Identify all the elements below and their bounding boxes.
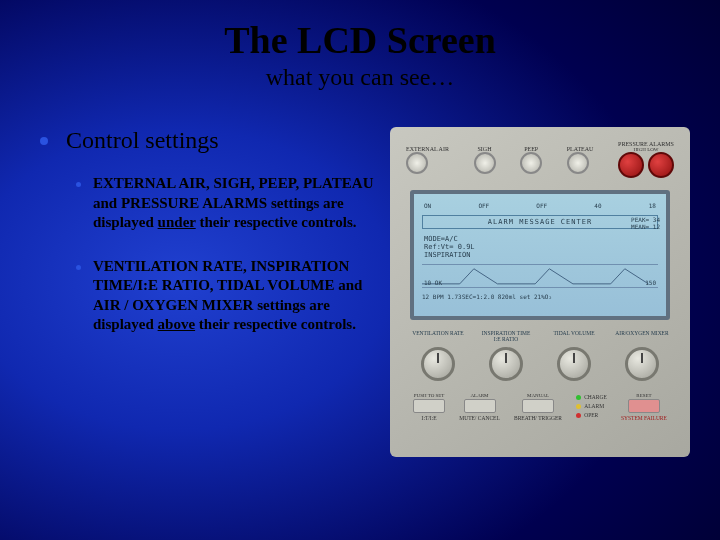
lcd-value: 18 [649, 202, 656, 209]
button-top-label: RESET [621, 393, 667, 399]
main-bullet-text: Control settings [66, 127, 219, 154]
control-label: SIGH [474, 146, 496, 152]
lcd-mode: MODE=A/C [424, 235, 458, 243]
lcd-value: OFF [536, 202, 547, 209]
control-group: PRESSURE ALARMS HIGH LOW [618, 141, 674, 178]
button-rect-icon [522, 399, 554, 413]
button-rect-icon [628, 399, 660, 413]
control-group: EXTERNAL AIR [406, 146, 449, 174]
ventilator-device-image: EXTERNAL AIR SIGH PEEP PLATEAU PRESSURE … [390, 127, 690, 457]
underlined-word: above [158, 316, 196, 332]
dial-knob-icon [557, 347, 591, 381]
lcd-vt: Ref:Vt= 0.9L [424, 243, 475, 251]
device-button: MANUAL BREATH/ TRIGGER [514, 393, 562, 421]
led-indicators: CHARGE ALARM OPER [576, 393, 607, 421]
toggle-switch-icon [520, 152, 542, 174]
button-label: MUTE/ CANCEL [459, 415, 500, 421]
lcd-top-row: ON OFF OFF 40 18 [420, 200, 660, 211]
sub-bullet: EXTERNAL AIR, SIGH, PEEP, PLATEAU and PR… [76, 174, 380, 233]
lcd-bar-left: 10 OK [424, 279, 442, 286]
slide-title: The LCD Screen [0, 18, 720, 62]
dial-label: TIDAL VOLUME [546, 330, 602, 344]
sub-bullet-text: VENTILATION RATE, INSPIRATION TIME/I:E R… [93, 257, 380, 335]
lcd-bar-right: 150 [645, 279, 656, 286]
text-column: Control settings EXTERNAL AIR, SIGH, PEE… [40, 127, 380, 457]
waveform-icon [422, 265, 658, 288]
slide-subtitle: what you can see… [0, 64, 720, 91]
lcd-peak-readout: PEAK= 34 MEAN= 12 [631, 216, 660, 230]
bullet-dot-icon [40, 137, 48, 145]
bullet-dot-icon [76, 265, 81, 270]
dial-item: INSPIRATION TIME I:E RATIO [478, 330, 534, 381]
dial-knob-icon [421, 347, 455, 381]
dial-label: INSPIRATION TIME I:E RATIO [478, 330, 534, 344]
button-top-label: ALARM [459, 393, 500, 399]
control-group: PLATEAU [567, 146, 594, 174]
sub-bullet-list: EXTERNAL AIR, SIGH, PEEP, PLATEAU and PR… [76, 174, 380, 335]
lcd-screen: ON OFF OFF 40 18 ALARM MESSAGE CENTER PE… [410, 190, 670, 320]
dial-row: VENTILATION RATE INSPIRATION TIME I:E RA… [400, 330, 680, 381]
control-label: EXTERNAL AIR [406, 146, 449, 152]
alarm-knob-low-icon [648, 152, 674, 178]
alarm-message-center: ALARM MESSAGE CENTER [422, 215, 658, 229]
title-block: The LCD Screen what you can see… [0, 0, 720, 91]
main-bullet: Control settings [40, 127, 380, 154]
sub-bullet: VENTILATION RATE, INSPIRATION TIME/I:E R… [76, 257, 380, 335]
dial-item: AIR/OXYGEN MIXER [614, 330, 670, 381]
image-column: EXTERNAL AIR SIGH PEEP PLATEAU PRESSURE … [390, 127, 690, 457]
dial-knob-icon [489, 347, 523, 381]
led-label: OPER [584, 412, 598, 418]
toggle-switch-icon [406, 152, 428, 174]
lcd-waveform: 10 OK 150 [422, 264, 658, 288]
text-span: their respective controls. [195, 316, 356, 332]
top-controls-row: EXTERNAL AIR SIGH PEEP PLATEAU PRESSURE … [400, 137, 680, 182]
bullet-dot-icon [76, 182, 81, 187]
led-label: ALARM [584, 403, 604, 409]
led-red-icon [576, 413, 581, 418]
button-label: I:T/I:E [413, 415, 445, 421]
lcd-bottom-row: 12 BPM 1.73SEC=1:2.0 820ml set 21%O₂ [420, 291, 660, 302]
dial-label: VENTILATION RATE [410, 330, 466, 344]
underlined-word: under [158, 214, 196, 230]
lcd-insp: INSPIRATION [424, 251, 470, 259]
lcd-mode-line: MODE=A/C Ref:Vt= 0.9L INSPIRATION [420, 233, 660, 261]
device-button: PUSH TO SET I:T/I:E [413, 393, 445, 421]
dial-label: AIR/OXYGEN MIXER [614, 330, 670, 344]
text-span: their respective controls. [196, 214, 357, 230]
button-rect-icon [464, 399, 496, 413]
alarm-knob-high-icon [618, 152, 644, 178]
button-row: PUSH TO SET I:T/I:E ALARM MUTE/ CANCEL M… [400, 393, 680, 421]
lcd-value: OFF [478, 202, 489, 209]
control-group: PEEP [520, 146, 542, 174]
dial-knob-icon [625, 347, 659, 381]
control-label: PEEP [520, 146, 542, 152]
led-green-icon [576, 395, 581, 400]
lcd-peak: PEAK= 34 [631, 216, 660, 223]
control-label: PLATEAU [567, 146, 594, 152]
control-group: SIGH [474, 146, 496, 174]
toggle-switch-icon [474, 152, 496, 174]
dial-item: VENTILATION RATE [410, 330, 466, 381]
sub-bullet-text: EXTERNAL AIR, SIGH, PEEP, PLATEAU and PR… [93, 174, 380, 233]
led-yellow-icon [576, 404, 581, 409]
device-button: ALARM MUTE/ CANCEL [459, 393, 500, 421]
lcd-value: 40 [594, 202, 601, 209]
button-label: BREATH/ TRIGGER [514, 415, 562, 421]
dial-item: TIDAL VOLUME [546, 330, 602, 381]
content-area: Control settings EXTERNAL AIR, SIGH, PEE… [0, 127, 720, 457]
toggle-switch-icon [567, 152, 589, 174]
led-label: CHARGE [584, 394, 607, 400]
button-rect-icon [413, 399, 445, 413]
lcd-value: ON [424, 202, 431, 209]
button-top-label: MANUAL [514, 393, 562, 399]
button-label: SYSTEM FAILURE [621, 415, 667, 421]
lcd-mean: MEAN= 12 [631, 223, 660, 230]
device-button: RESET SYSTEM FAILURE [621, 393, 667, 421]
button-top-label: PUSH TO SET [413, 393, 445, 399]
